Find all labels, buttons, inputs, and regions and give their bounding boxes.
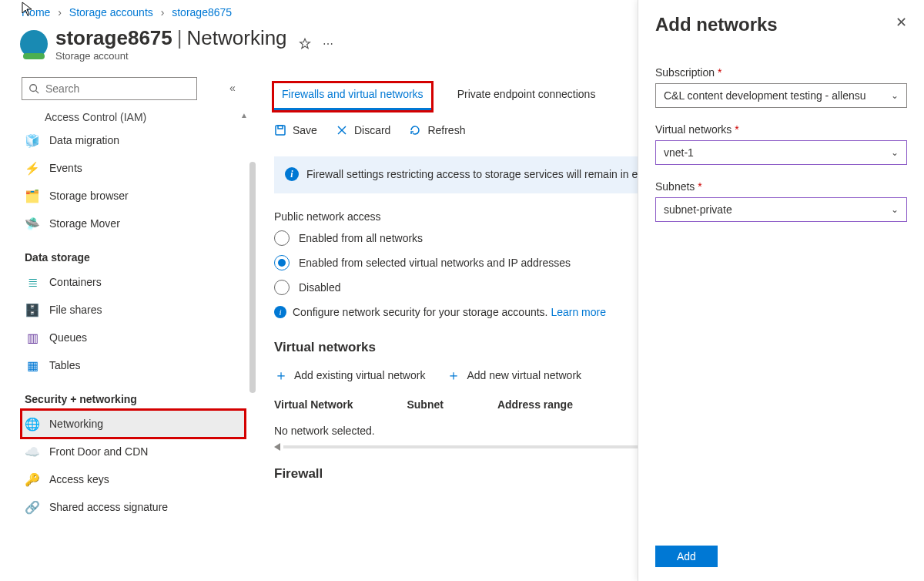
sidebar-item-storage-browser[interactable]: 🗂️Storage browser [22,182,245,210]
save-button[interactable]: Save [274,124,317,136]
learn-more-link[interactable]: Learn more [551,306,606,318]
sidebar-item-file-shares[interactable]: 🗄️File shares [22,296,245,324]
sidebar-section-data-storage: Data storage [25,251,245,264]
queues-icon: ▥ [25,330,40,345]
sidebar-item-events[interactable]: ⚡Events [22,154,245,182]
sidebar-section-security: Security + networking [25,393,245,405]
resource-type-label: Storage account [55,50,287,62]
subnets-dropdown[interactable]: subnet-private ⌄ [655,197,907,222]
close-icon[interactable]: ✕ [896,14,907,31]
scroll-left-arrow-icon[interactable] [274,443,280,451]
chevron-down-icon: ⌄ [891,147,899,158]
tab-firewalls-vnets[interactable]: Firewalls and virtual networks [274,83,431,110]
storage-account-icon [20,30,48,58]
more-menu-icon[interactable]: ⋯ [323,38,333,50]
cursor-icon [22,2,34,19]
col-subnet: Subnet [407,398,443,411]
sidebar-search[interactable] [22,77,197,100]
subscription-dropdown[interactable]: C&L content development testing - allens… [655,83,907,108]
sidebar-item-tables[interactable]: ▦Tables [22,351,245,379]
refresh-button[interactable]: Refresh [409,124,465,136]
sidebar-item-front-door[interactable]: ☁️Front Door and CDN [22,438,245,465]
save-icon [274,124,286,136]
discard-button[interactable]: Discard [336,124,390,136]
info-icon: i [274,306,286,318]
collapse-sidebar-icon[interactable]: « [229,82,236,94]
tables-icon: ▦ [25,358,40,373]
virtual-networks-label: Virtual networks * [655,123,907,136]
favorite-star-icon[interactable] [298,37,312,51]
info-icon: i [285,167,299,181]
add-networks-panel: Add networks ✕ Subscription * C&L conten… [638,0,924,581]
search-input[interactable] [44,82,190,96]
radio-icon [274,280,290,295]
chevron-right-icon: › [161,6,165,18]
add-button[interactable]: Add [655,546,718,567]
search-icon [28,83,39,94]
refresh-icon [409,124,421,136]
page-title: storage8675|Networking [55,26,287,50]
sidebar-item-containers[interactable]: ≣Containers [22,268,245,296]
chevron-right-icon: › [58,6,62,18]
file-shares-icon: 🗄️ [25,302,40,317]
flyout-title: Add networks [655,14,778,35]
sidebar-item-queues[interactable]: ▥Queues [22,324,245,351]
subnets-label: Subnets * [655,180,907,193]
data-migration-icon: 🧊 [25,133,40,148]
storage-mover-icon: 🛸 [25,216,40,231]
sidebar-item-networking[interactable]: 🌐Networking [22,410,245,438]
subscription-label: Subscription * [655,66,907,79]
breadcrumb-storage8675[interactable]: storage8675 [172,6,232,18]
access-keys-icon: 🔑 [25,472,40,487]
radio-icon [274,230,290,246]
plus-icon: ＋ [274,366,288,385]
shared-access-signature-icon: 🔗 [25,499,40,515]
events-icon: ⚡ [25,160,40,176]
networking-icon: 🌐 [25,416,40,432]
sidebar-item-data-migration[interactable]: 🧊Data migration [22,126,245,154]
svg-line-1 [36,91,39,94]
sidebar-item-access-keys[interactable]: 🔑Access keys [22,465,245,493]
discard-icon [336,124,348,136]
sidebar-item-sas[interactable]: 🔗Shared access signature [22,493,245,521]
col-virtual-network: Virtual Network [274,398,353,411]
containers-icon: ≣ [25,274,40,290]
svg-rect-3 [278,126,283,129]
storage-browser-icon: 🗂️ [25,188,40,203]
sidebar-item-access-control[interactable]: Access Control (IAM) [22,108,245,126]
svg-rect-2 [276,126,285,135]
add-new-vnet-button[interactable]: ＋Add new virtual network [447,366,581,385]
tab-private-endpoint[interactable]: Private endpoint connections [456,83,598,110]
col-address-range: Address range [497,398,573,411]
add-existing-vnet-button[interactable]: ＋Add existing virtual network [274,366,425,385]
breadcrumb-storage-accounts[interactable]: Storage accounts [69,6,153,18]
radio-selected-icon [274,255,290,270]
plus-icon: ＋ [447,366,460,385]
chevron-down-icon: ⌄ [891,90,899,101]
chevron-down-icon: ⌄ [891,204,899,215]
sidebar-item-storage-mover[interactable]: 🛸Storage Mover [22,210,245,237]
virtual-networks-dropdown[interactable]: vnet-1 ⌄ [655,140,907,165]
front-door-icon: ☁️ [25,444,40,459]
svg-point-0 [30,85,37,92]
